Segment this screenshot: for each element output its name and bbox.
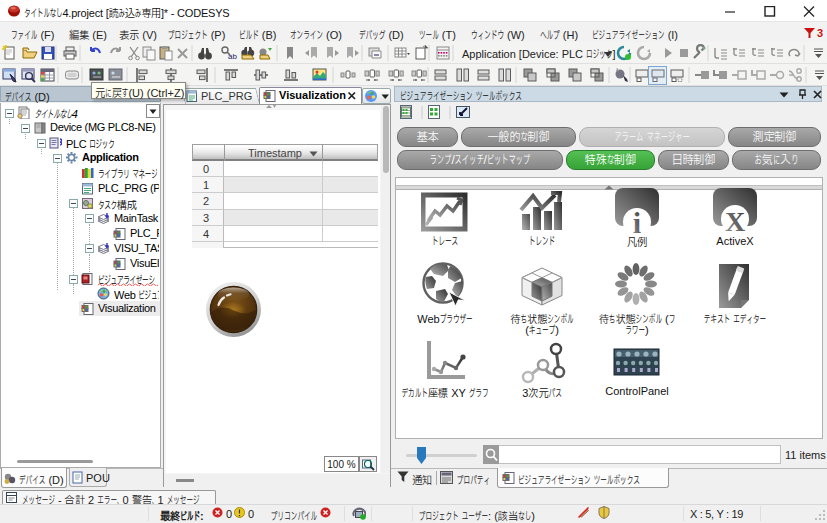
svg-text:i: i	[633, 206, 641, 234]
svg-text:X: X	[725, 206, 745, 234]
svg-text:ab: ab	[228, 52, 237, 61]
